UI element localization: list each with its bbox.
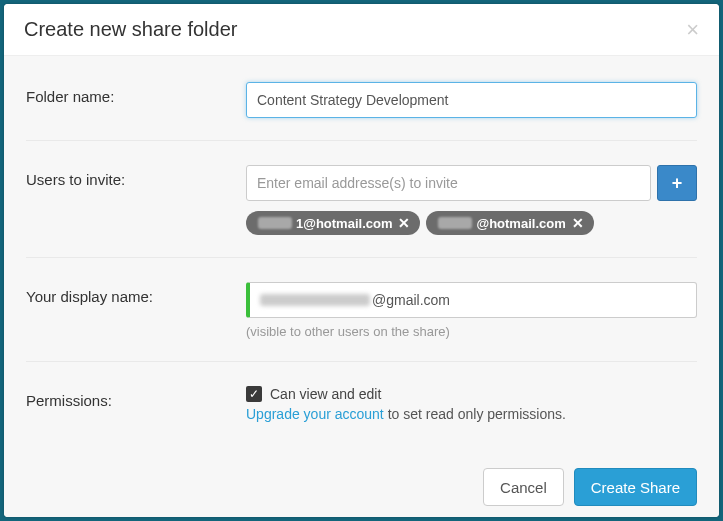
chip-email: @hotmail.com bbox=[476, 216, 565, 231]
users-invite-row: Users to invite: + 1@hotmail.com ✕ bbox=[26, 159, 697, 258]
can-edit-checkbox[interactable]: ✓ bbox=[246, 386, 262, 402]
display-name-hint: (visible to other users on the share) bbox=[246, 324, 697, 339]
add-user-button[interactable]: + bbox=[657, 165, 697, 201]
modal-title: Create new share folder bbox=[24, 18, 237, 41]
permission-line: ✓ Can view and edit bbox=[246, 386, 697, 402]
display-name-label: Your display name: bbox=[26, 282, 246, 305]
user-chip: 1@hotmail.com ✕ bbox=[246, 211, 420, 235]
close-icon[interactable]: × bbox=[686, 19, 699, 41]
modal-header: Create new share folder × bbox=[4, 4, 719, 56]
display-name-visible: @gmail.com bbox=[372, 292, 450, 308]
chip-email: 1@hotmail.com bbox=[296, 216, 392, 231]
permissions-content: ✓ Can view and edit Upgrade your account… bbox=[246, 386, 697, 422]
users-invite-content: + 1@hotmail.com ✕ @hotmail.com ✕ bbox=[246, 165, 697, 235]
permission-subtext: Upgrade your account to set read only pe… bbox=[246, 406, 697, 422]
invite-email-input[interactable] bbox=[246, 165, 651, 201]
display-name-row: Your display name: @gmail.com (visible t… bbox=[26, 276, 697, 362]
display-name-content: @gmail.com (visible to other users on th… bbox=[246, 282, 697, 339]
folder-name-label: Folder name: bbox=[26, 82, 246, 105]
chip-hidden bbox=[258, 217, 292, 229]
chip-remove-icon[interactable]: ✕ bbox=[572, 215, 584, 231]
chip-hidden bbox=[438, 217, 472, 229]
plus-icon: + bbox=[672, 173, 683, 194]
user-chip: @hotmail.com ✕ bbox=[426, 211, 593, 235]
folder-name-input[interactable] bbox=[246, 82, 697, 118]
create-share-modal: Create new share folder × Folder name: U… bbox=[4, 4, 719, 517]
display-name-input[interactable]: @gmail.com bbox=[246, 282, 697, 318]
check-icon: ✓ bbox=[249, 388, 259, 400]
users-invite-label: Users to invite: bbox=[26, 165, 246, 188]
chip-remove-icon[interactable]: ✕ bbox=[398, 215, 410, 231]
permissions-row: Permissions: ✓ Can view and edit Upgrade… bbox=[26, 380, 697, 430]
invite-input-row: + bbox=[246, 165, 697, 201]
invited-chips: 1@hotmail.com ✕ @hotmail.com ✕ bbox=[246, 211, 697, 235]
create-share-button[interactable]: Create Share bbox=[574, 468, 697, 506]
folder-name-content bbox=[246, 82, 697, 118]
upgrade-account-link[interactable]: Upgrade your account bbox=[246, 406, 384, 422]
permission-tail: to set read only permissions. bbox=[384, 406, 566, 422]
display-name-hidden bbox=[260, 294, 370, 306]
can-edit-label: Can view and edit bbox=[270, 386, 381, 402]
permissions-label: Permissions: bbox=[26, 386, 246, 409]
cancel-button[interactable]: Cancel bbox=[483, 468, 564, 506]
modal-footer: Cancel Create Share bbox=[26, 438, 697, 506]
folder-name-row: Folder name: bbox=[26, 76, 697, 141]
modal-body: Folder name: Users to invite: + 1@hotmai… bbox=[4, 56, 719, 517]
